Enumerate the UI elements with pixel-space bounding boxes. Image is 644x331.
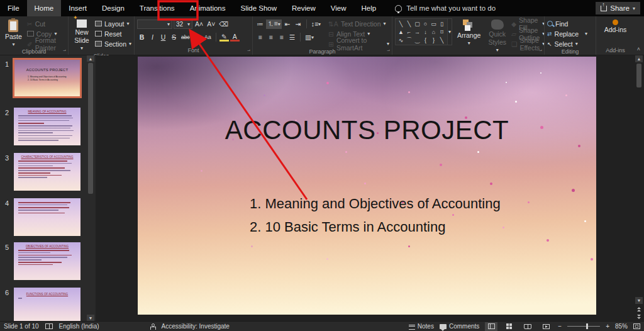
columns-button[interactable]: ▥▾ <box>304 33 315 42</box>
decrease-indent-button[interactable]: ⇤ <box>283 20 292 29</box>
shapes-gallery[interactable]: ╲╲▢○▭▯ ▲⌐→↓⌂⌑ ∿⌒‿{}╲ <box>395 18 448 45</box>
slide-sorter-view-button[interactable] <box>503 322 516 331</box>
shape-icon[interactable]: ╲ <box>438 36 446 44</box>
strikethrough-button[interactable]: S <box>169 33 179 42</box>
shape-icon[interactable]: ╲ <box>405 20 413 28</box>
select-button[interactable]: ↖Select▾ <box>547 40 587 48</box>
tab-design[interactable]: Design <box>94 0 132 16</box>
shape-icon[interactable]: → <box>413 28 421 36</box>
scroll-up-icon[interactable]: ▲ <box>635 55 643 62</box>
accessibility-status[interactable]: Accessibility: Investigate <box>162 323 230 330</box>
tab-home[interactable]: Home <box>27 0 62 16</box>
thumbnail-slide-2[interactable]: MEANING OF ACCOUNTING <box>14 108 80 145</box>
align-left-button[interactable]: ≡ <box>255 33 265 42</box>
slide-title[interactable]: ACCOUNTS PROJECT <box>138 115 596 145</box>
clipboard-dialog-launcher[interactable]: ⌐ <box>63 48 66 53</box>
normal-view-button[interactable] <box>485 322 497 331</box>
bold-button[interactable]: B <box>137 33 147 42</box>
slide-list-item[interactable]: Meaning and Objectives of Accounting <box>250 192 501 215</box>
cut-button[interactable]: ✂Cut <box>27 20 65 28</box>
arrange-button[interactable]: Arrange ▾ <box>455 18 483 47</box>
thumbnail-slide-6[interactable]: FUNCTIONS OF ACCOUNTING <box>14 288 80 321</box>
reading-view-button[interactable] <box>521 322 534 331</box>
comments-button[interactable]: Comments <box>440 323 479 330</box>
thumbnail-slide-4[interactable] <box>14 198 80 236</box>
tab-transitions[interactable]: Transitions <box>132 0 182 16</box>
thumbnail-slide-5[interactable]: OBJECTIVES OF ACCOUNTING <box>14 242 80 280</box>
paragraph-dialog-launcher[interactable]: ⌐ <box>387 48 390 53</box>
next-slide-button[interactable] <box>635 313 643 320</box>
font-color-button[interactable]: A <box>230 33 240 42</box>
new-slide-button[interactable]: New Slide ▾ <box>71 18 92 53</box>
slide-number-indicator[interactable]: Slide 1 of 10 <box>4 323 39 330</box>
text-shadow-button[interactable]: abc <box>180 33 191 42</box>
shape-icon[interactable]: ⌐ <box>405 28 413 36</box>
shape-icon[interactable]: ▲ <box>397 28 405 36</box>
align-right-button[interactable]: ≡ <box>277 33 286 42</box>
shape-icon[interactable]: ▯ <box>438 20 446 28</box>
shape-icon[interactable]: ‿ <box>413 36 421 44</box>
scrollbar-thumb[interactable] <box>88 63 93 194</box>
thumbnail-slide-3[interactable]: CHARACTERISTICS OF ACCOUNTING <box>14 153 80 191</box>
zoom-slider-thumb[interactable] <box>586 323 588 329</box>
tell-me-box[interactable]: Tell me what you want to do <box>395 0 496 16</box>
scroll-down-icon[interactable]: ▼ <box>87 315 94 321</box>
shape-icon[interactable]: ⌒ <box>405 36 413 44</box>
previous-slide-button[interactable] <box>635 306 643 312</box>
shape-icon[interactable]: ▭ <box>430 20 438 28</box>
tab-view[interactable]: View <box>323 0 354 16</box>
slide-show-view-button[interactable] <box>540 322 552 331</box>
font-dialog-launcher[interactable]: ⌐ <box>247 48 250 53</box>
spell-check-icon[interactable] <box>45 323 53 329</box>
thumbnail-slide-1[interactable]: ACCOUNTS PROJECT 1. Meaning and Objectiv… <box>14 59 80 97</box>
italic-button[interactable]: I <box>148 33 157 42</box>
format-painter-button[interactable]: ✐Format Painter <box>27 40 65 48</box>
font-size-combobox[interactable]: 32▾ <box>174 20 192 29</box>
shape-icon[interactable]: { <box>421 36 430 44</box>
main-scrollbar[interactable]: ▲ ▼ <box>634 55 644 321</box>
justify-button[interactable]: ☰ <box>287 33 297 42</box>
thumbnail-scrollbar[interactable]: ▲ ▼ <box>87 55 94 321</box>
shape-icon[interactable]: ↓ <box>421 28 430 36</box>
zoom-slider[interactable] <box>567 326 600 327</box>
text-direction-button[interactable]: ⇅AText Direction▾ <box>328 20 389 28</box>
shape-icon[interactable]: ╲ <box>397 20 405 28</box>
zoom-out-button[interactable]: − <box>558 323 562 330</box>
clear-formatting-button[interactable]: ⌫ <box>218 20 230 29</box>
character-spacing-button[interactable]: AV <box>192 33 202 42</box>
shape-effects-button[interactable]: ❏Shape Effects▾ <box>511 40 545 48</box>
share-button[interactable]: Share ▾ <box>596 2 640 14</box>
scrollbar-thumb[interactable] <box>636 64 641 87</box>
line-spacing-button[interactable]: ↕≡▾ <box>310 20 322 29</box>
shape-icon[interactable]: ⌂ <box>430 28 438 36</box>
collapse-ribbon-button[interactable]: ˄ <box>637 46 640 52</box>
shape-icon[interactable]: } <box>430 36 438 44</box>
scroll-up-icon[interactable]: ▲ <box>87 55 94 62</box>
replace-button[interactable]: ⇄Replace▾ <box>547 30 587 38</box>
tab-help[interactable]: Help <box>354 0 384 16</box>
shape-icon[interactable]: ○ <box>421 20 430 28</box>
notes-button[interactable]: Notes <box>409 323 434 330</box>
drawing-dialog-launcher[interactable]: ⌐ <box>539 48 542 53</box>
tab-review[interactable]: Review <box>284 0 323 16</box>
numbering-button[interactable]: ⒈≡▾ <box>266 20 282 29</box>
paste-button[interactable]: Paste ▾ <box>3 18 25 48</box>
increase-indent-button[interactable]: ⇥ <box>294 20 303 29</box>
section-button[interactable]: Section▾ <box>95 40 131 48</box>
find-button[interactable]: Find <box>547 20 587 28</box>
tab-slide-show[interactable]: Slide Show <box>233 0 285 16</box>
change-case-button[interactable]: Aa <box>203 33 213 42</box>
increase-font-size-button[interactable]: A˄ <box>194 20 204 29</box>
font-name-combobox[interactable]: ▾ <box>137 20 172 29</box>
language-indicator[interactable]: English (India) <box>59 323 99 330</box>
slide-list-item[interactable]: 10 Basic Terms in Accounting <box>250 215 501 238</box>
shape-icon[interactable]: ▢ <box>413 20 421 28</box>
addins-button[interactable]: Add-ins <box>602 18 630 35</box>
layout-button[interactable]: Layout▾ <box>95 20 131 28</box>
highlight-color-button[interactable]: ✎ <box>219 33 229 42</box>
slide-body-list[interactable]: Meaning and Objectives of Accounting 10 … <box>250 192 501 238</box>
underline-button[interactable]: U <box>158 33 168 42</box>
reset-button[interactable]: Reset <box>95 30 131 38</box>
quick-styles-button[interactable]: Quick Styles ▾ <box>486 18 509 55</box>
slide-canvas[interactable]: ACCOUNTS PROJECT Meaning and Objectives … <box>138 57 596 315</box>
